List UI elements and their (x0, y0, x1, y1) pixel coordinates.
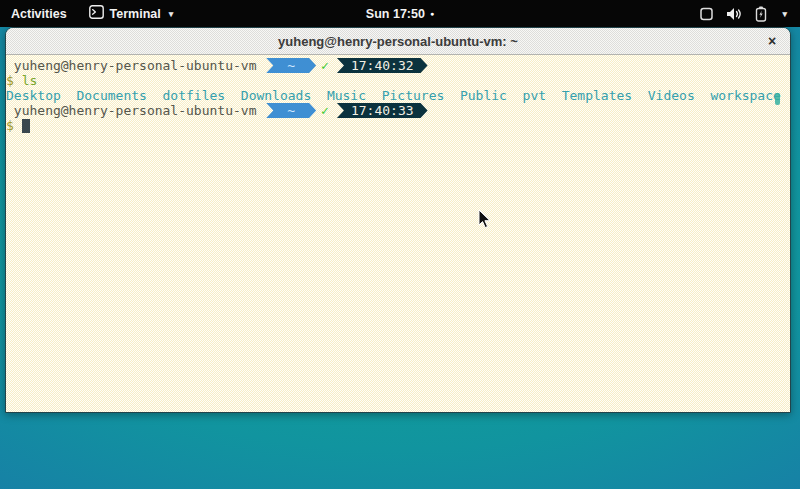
notification-dot-icon: ● (430, 10, 434, 17)
close-icon[interactable]: × (763, 32, 781, 50)
clock-button[interactable]: Sun 17:50 ● (366, 0, 434, 27)
command-line: $ ls (6, 73, 790, 88)
input-line: $ (6, 118, 790, 133)
prompt-symbol: $ (6, 118, 22, 133)
activities-button[interactable]: Activities (0, 0, 78, 27)
terminal-window: yuheng@henry-personal-ubuntu-vm: ~ × yuh… (5, 27, 791, 413)
top-bar: Activities Terminal ▾ Sun 17:50 ● (0, 0, 800, 27)
check-icon: ✓ (316, 103, 334, 118)
terminal-content[interactable]: yuheng@henry-personal-ubuntu-vm ~✓17:40:… (6, 55, 790, 413)
ls-output-line: Desktop Documents dotfiles Downloads Mus… (6, 88, 790, 103)
chevron-down-icon: ▾ (169, 9, 174, 19)
ls-output: Desktop Documents dotfiles Downloads Mus… (6, 88, 781, 103)
mouse-cursor-icon (478, 209, 492, 233)
window-title: yuheng@henry-personal-ubuntu-vm: ~ (278, 34, 518, 49)
prompt-user: yuheng@henry-personal-ubuntu-vm (6, 58, 264, 73)
system-status-area[interactable]: ▾ (687, 0, 800, 27)
prompt-dir-segment: ~ (266, 58, 316, 73)
text-cursor (22, 119, 30, 133)
prompt-symbol: $ (6, 73, 22, 88)
prompt-line: yuheng@henry-personal-ubuntu-vm ~✓17:40:… (6, 58, 790, 73)
prompt-time-segment: 17:40:32 (337, 58, 428, 73)
app-menu-terminal[interactable]: Terminal ▾ (78, 0, 185, 27)
scrollbar-thumb[interactable] (775, 93, 780, 105)
app-menu-label: Terminal (110, 7, 161, 21)
topbar-left: Activities Terminal ▾ (0, 0, 184, 27)
terminal-app-icon (89, 5, 104, 22)
screen-icon (700, 7, 713, 21)
prompt-dir-segment: ~ (266, 103, 316, 118)
volume-icon (726, 7, 742, 21)
check-icon: ✓ (316, 58, 334, 73)
command-text: ls (22, 73, 38, 88)
prompt-time-segment: 17:40:33 (337, 103, 428, 118)
chevron-down-icon: ▾ (782, 9, 787, 19)
prompt-user: yuheng@henry-personal-ubuntu-vm (6, 103, 264, 118)
window-titlebar[interactable]: yuheng@henry-personal-ubuntu-vm: ~ × (6, 28, 790, 55)
clock-label: Sun 17:50 (366, 7, 425, 21)
battery-charging-icon (755, 6, 767, 22)
activities-label: Activities (11, 7, 67, 21)
prompt-line: yuheng@henry-personal-ubuntu-vm ~✓17:40:… (6, 103, 790, 118)
